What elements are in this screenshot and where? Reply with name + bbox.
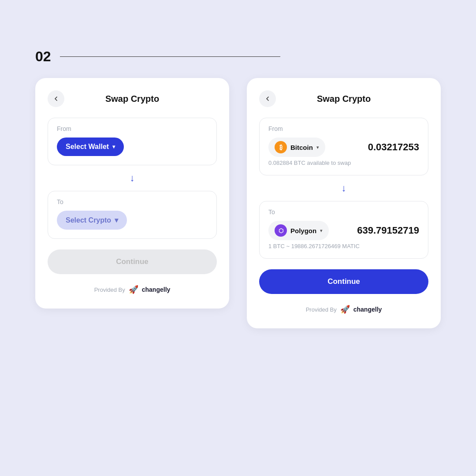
polygon-selector-button[interactable]: ⬡ Polygon ▾ (268, 221, 329, 240)
bitcoin-icon: ₿ (275, 141, 287, 153)
left-card: Swap Crypto From Select Wallet ▾ ↓ To Se… (35, 78, 229, 309)
right-provided-by-label: Provided By (306, 306, 337, 313)
polygon-conversion-text: 1 BTC ~ 19886.2671726469 MATIC (268, 243, 419, 249)
right-from-label: From (268, 125, 419, 132)
polygon-chevron-icon: ▾ (320, 228, 323, 234)
right-changelly-rocket-icon: 🚀 (340, 305, 350, 314)
bitcoin-row: ₿ Bitcoin ▾ 0.03217253 (268, 138, 419, 157)
left-to-label: To (57, 198, 208, 205)
bitcoin-available-text: 0.082884 BTC available to swap (268, 160, 419, 166)
select-wallet-button[interactable]: Select Wallet ▾ (57, 138, 124, 156)
changelly-rocket-icon: 🚀 (129, 285, 138, 294)
left-continue-button[interactable]: Continue (48, 249, 217, 274)
left-provided-by-label: Provided By (94, 286, 125, 293)
right-to-section: To ⬡ Polygon ▾ 639.79152719 1 BTC ~ 1988… (259, 201, 428, 259)
right-card: Swap Crypto From ₿ Bitcoin ▾ 0.03217253 … (247, 78, 441, 328)
right-down-arrow-icon: ↓ (342, 182, 346, 194)
right-from-section: From ₿ Bitcoin ▾ 0.03217253 0.082884 BTC… (259, 118, 428, 175)
right-arrow-down: ↓ (259, 175, 428, 201)
right-changelly-label: changelly (353, 306, 382, 313)
left-to-section: To Select Crypto ▾ (48, 191, 217, 239)
right-provided-by: Provided By 🚀 changelly (259, 305, 428, 314)
select-wallet-chevron-icon: ▾ (112, 144, 115, 150)
left-card-header: Swap Crypto (48, 90, 217, 107)
right-card-header: Swap Crypto (259, 90, 428, 107)
right-to-label: To (268, 208, 419, 216)
step-number: 02 (35, 48, 51, 65)
select-crypto-chevron-icon: ▾ (115, 216, 118, 224)
left-arrow-down: ↓ (48, 165, 217, 191)
bitcoin-name: Bitcoin (290, 144, 313, 151)
bitcoin-selector-button[interactable]: ₿ Bitcoin ▾ (268, 138, 325, 157)
cards-container: Swap Crypto From Select Wallet ▾ ↓ To Se… (35, 78, 441, 328)
bitcoin-chevron-icon: ▾ (316, 145, 319, 150)
left-from-label: From (57, 125, 208, 132)
polygon-name: Polygon (290, 227, 316, 234)
left-back-button[interactable] (48, 90, 64, 107)
polygon-icon: ⬡ (275, 224, 287, 237)
left-provided-by: Provided By 🚀 changelly (48, 285, 217, 294)
select-wallet-label: Select Wallet (66, 143, 109, 151)
polygon-row: ⬡ Polygon ▾ 639.79152719 (268, 221, 419, 240)
select-crypto-button[interactable]: Select Crypto ▾ (57, 211, 127, 230)
right-back-button[interactable] (259, 90, 276, 107)
down-arrow-icon: ↓ (130, 172, 135, 184)
left-from-section: From Select Wallet ▾ (48, 118, 217, 165)
step-line (60, 56, 280, 57)
left-changelly-label: changelly (142, 286, 171, 293)
right-continue-button[interactable]: Continue (259, 269, 428, 294)
left-card-title: Swap Crypto (105, 94, 159, 104)
bitcoin-amount: 0.03217253 (368, 141, 419, 153)
select-crypto-label: Select Crypto (66, 216, 111, 224)
right-card-title: Swap Crypto (317, 94, 371, 104)
polygon-amount: 639.79152719 (357, 225, 419, 236)
